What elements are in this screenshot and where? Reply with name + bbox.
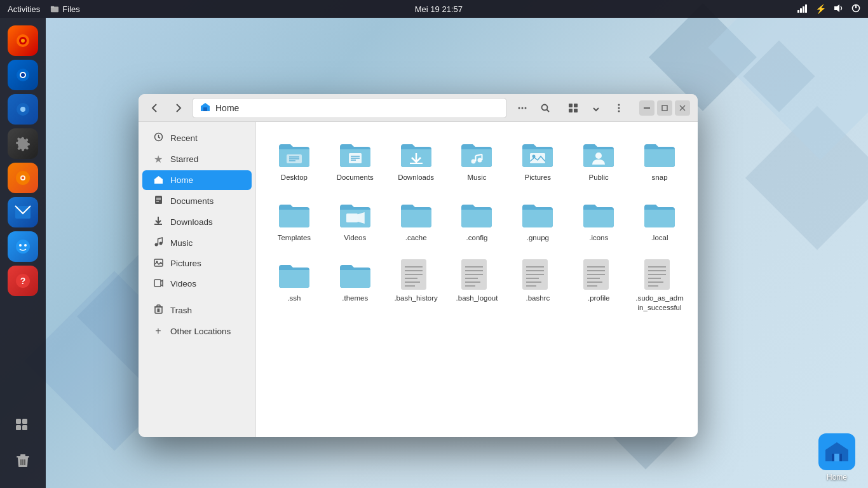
file-label-themes: .themes [342, 294, 368, 303]
sidebar-item-home[interactable]: Home [142, 170, 252, 190]
file-item-gnupg[interactable]: .gnupg [510, 193, 566, 248]
file-item-icons[interactable]: .icons [571, 193, 627, 248]
svg-rect-52 [662, 105, 667, 111]
file-item-ssh[interactable]: .ssh [266, 253, 322, 318]
file-item-templates[interactable]: Templates [266, 193, 322, 248]
folder-music-icon [460, 137, 493, 170]
file-item-videos[interactable]: Videos [327, 193, 383, 248]
mail-icon[interactable] [8, 197, 38, 227]
sidebar-label-music: Music [170, 238, 193, 248]
file-item-bashrc[interactable]: .bashrc [510, 253, 566, 318]
sidebar-item-documents[interactable]: Documents [142, 191, 252, 211]
activities-button[interactable]: Activities [8, 4, 40, 14]
folder-themes-icon [339, 258, 372, 291]
file-item-music[interactable]: Music [449, 132, 505, 187]
svg-point-11 [21, 39, 25, 43]
svg-rect-46 [569, 109, 573, 112]
files-menu[interactable]: Files [50, 4, 79, 14]
svg-rect-37 [834, 454, 839, 461]
close-button[interactable] [675, 100, 690, 116]
svg-rect-31 [17, 456, 29, 458]
file-label-gnupg: .gnupg [527, 233, 549, 243]
svg-rect-67 [154, 280, 161, 287]
forward-button[interactable] [169, 99, 187, 117]
file-item-bash-logout[interactable]: .bash_logout [449, 253, 505, 318]
sidebar-item-pictures[interactable]: Pictures [142, 254, 252, 273]
pictures-nav-icon [153, 258, 164, 269]
svg-rect-45 [574, 104, 578, 107]
file-item-local[interactable]: .local [632, 193, 688, 248]
svg-rect-32 [20, 454, 25, 456]
svg-point-23 [19, 244, 22, 247]
power-icon[interactable] [851, 4, 860, 15]
svg-text:?: ? [20, 276, 26, 286]
file-item-profile[interactable]: .profile [571, 253, 627, 318]
sidebar-item-music[interactable]: Music [142, 233, 252, 253]
help-icon[interactable]: ? [8, 266, 38, 296]
file-item-cache[interactable]: .cache [388, 193, 444, 248]
overflow-menu-button[interactable] [609, 98, 629, 118]
file-item-config[interactable]: .config [449, 193, 505, 248]
file-item-downloads[interactable]: Downloads [388, 132, 444, 187]
file-item-pictures[interactable]: Pictures [510, 132, 566, 187]
back-button[interactable] [146, 99, 164, 117]
music-nav-icon [153, 237, 164, 248]
text-sudo-admin-icon [643, 258, 676, 291]
other-locations-icon: + [153, 325, 164, 337]
file-label-downloads: Downloads [398, 173, 434, 182]
sort-button[interactable] [586, 98, 606, 118]
sidebar-item-recent[interactable]: Recent [142, 128, 252, 148]
svg-point-42 [542, 104, 548, 110]
svg-point-84 [471, 159, 476, 164]
desktop-home-shortcut[interactable]: Home [818, 433, 855, 482]
apps-grid-icon[interactable] [8, 410, 38, 441]
file-item-desktop[interactable]: Desktop [266, 132, 322, 187]
bluetooth-icon[interactable]: ⚡ [815, 4, 826, 14]
home-path-icon [200, 102, 210, 114]
documents-nav-icon [153, 195, 164, 207]
sidebar-item-trash[interactable]: Trash [142, 300, 252, 320]
svg-rect-47 [574, 109, 578, 112]
network-icon[interactable] [797, 4, 808, 15]
sidebar-label-other-locations: Other Locations [170, 327, 231, 336]
audio-icon[interactable] [8, 163, 38, 193]
search-button[interactable] [535, 98, 555, 118]
sidebar-item-downloads[interactable]: Downloads [142, 212, 252, 232]
folder-cache-icon [400, 198, 433, 231]
firefox-icon[interactable] [8, 25, 38, 56]
svg-point-39 [519, 107, 520, 109]
chromium-icon[interactable] [8, 94, 38, 125]
svg-rect-44 [569, 104, 573, 107]
sidebar-item-videos[interactable]: Videos [142, 274, 252, 294]
maximize-button[interactable] [657, 100, 672, 116]
sidebar-label-recent: Recent [170, 133, 198, 143]
file-item-snap[interactable]: snap [632, 132, 688, 187]
home-folder-icon [818, 433, 855, 470]
sidebar-item-other-locations[interactable]: + Other Locations [142, 321, 252, 341]
file-item-public[interactable]: Public [571, 132, 627, 187]
volume-icon[interactable] [834, 4, 844, 15]
file-item-bash-history[interactable]: .bash_history [388, 253, 444, 318]
path-bar[interactable]: Home [192, 98, 507, 118]
view-icon-button[interactable] [563, 98, 583, 118]
sidebar-item-starred[interactable]: ★ Starred [142, 149, 252, 170]
menu-dots-button[interactable] [512, 98, 532, 118]
file-manager-window: Home [139, 94, 698, 437]
settings-icon[interactable] [8, 128, 38, 159]
file-label-public: Public [589, 173, 609, 182]
svg-marker-6 [834, 4, 839, 12]
thunderbird-icon[interactable] [8, 60, 38, 90]
file-item-documents[interactable]: Documents [327, 132, 383, 187]
folder-templates-icon [278, 198, 311, 231]
folder-public-icon [582, 137, 615, 170]
file-item-sudo-admin[interactable]: .sudo_as_admin_successful [632, 253, 688, 318]
face-icon[interactable] [8, 231, 38, 262]
file-label-desktop: Desktop [281, 173, 308, 182]
starred-icon: ★ [153, 153, 164, 165]
fm-files-area: Desktop Documents [256, 122, 698, 437]
minimize-button[interactable] [639, 100, 654, 116]
recent-icon [153, 132, 164, 144]
recycle-bin-icon[interactable] [8, 445, 38, 475]
file-item-themes[interactable]: .themes [327, 253, 383, 318]
sidebar-label-home: Home [170, 175, 193, 185]
